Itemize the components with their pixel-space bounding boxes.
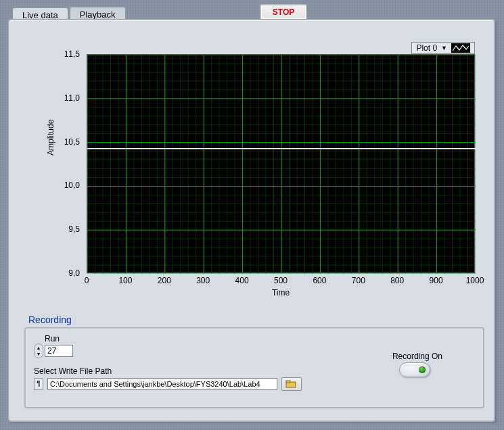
recording-title: Recording: [28, 314, 72, 325]
y-tick: 10,0: [64, 181, 80, 190]
run-stepper[interactable]: ▲▼: [34, 343, 43, 358]
x-tick: 100: [118, 276, 132, 285]
x-tick: 900: [430, 276, 443, 285]
file-path-input[interactable]: [47, 378, 277, 390]
y-tick: 9,0: [68, 268, 80, 278]
recording-on-toggle[interactable]: [399, 362, 430, 377]
x-tick: 200: [158, 276, 171, 285]
y-axis-label: Amplitude: [46, 120, 55, 156]
svg-rect-78: [286, 381, 290, 383]
chevron-down-icon: ▼: [441, 45, 447, 51]
x-tick: 1000: [466, 276, 484, 285]
x-tick: 400: [235, 276, 249, 285]
tab-panel: Plot 0 ▼ Amplitude 9,09,510,010,511,011,…: [8, 19, 495, 422]
x-tick: 300: [196, 276, 210, 285]
plot-legend-label: Plot 0: [416, 43, 437, 53]
chart: Amplitude 9,09,510,010,511,011,5 0100200…: [34, 54, 480, 316]
x-tick: 700: [352, 276, 365, 285]
file-path-label: Select Write File Path: [34, 366, 112, 376]
y-tick: 11,5: [64, 49, 80, 59]
x-tick: 600: [313, 276, 326, 285]
plot-legend[interactable]: Plot 0 ▼: [411, 42, 475, 54]
y-tick: 11,0: [64, 93, 80, 103]
path-type-icon: ¶: [34, 378, 43, 390]
stop-button[interactable]: STOP: [260, 4, 307, 20]
browse-button[interactable]: [281, 377, 302, 391]
folder-icon: [285, 379, 298, 389]
recording-on-label: Recording On: [392, 352, 442, 361]
x-tick: 500: [274, 276, 288, 285]
plot-area: [87, 54, 475, 273]
x-tick: 0: [85, 276, 89, 285]
plot-line-swatch: [451, 43, 470, 53]
y-tick: 10,5: [64, 137, 80, 147]
recording-panel: Run ▲▼ Select Write File Path ¶ Recordin…: [24, 327, 484, 408]
x-tick: 800: [390, 276, 404, 285]
run-label: Run: [45, 334, 60, 343]
y-tick: 9,5: [68, 224, 80, 234]
run-input[interactable]: [45, 345, 73, 357]
x-axis-label: Time: [87, 288, 475, 297]
